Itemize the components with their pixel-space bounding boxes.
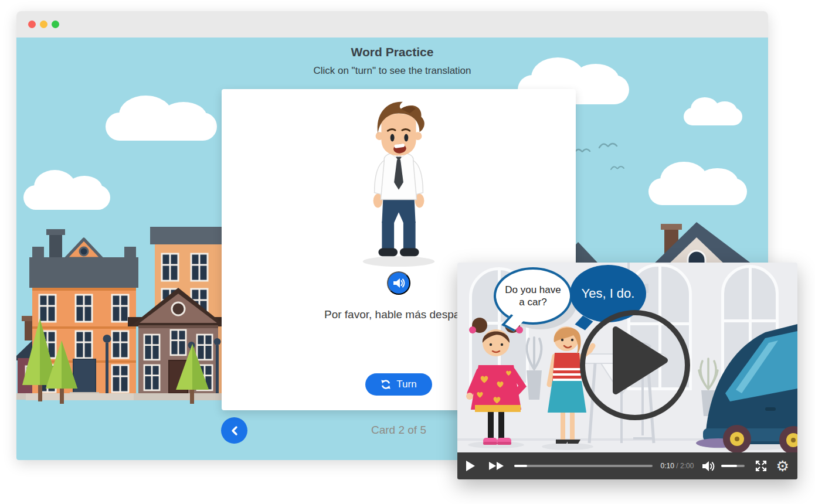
zoom-button[interactable]	[52, 21, 59, 28]
cloud	[648, 178, 747, 205]
speech-bubble-question: Do you havea car?	[494, 267, 572, 325]
play-button[interactable]	[466, 460, 476, 472]
cloud	[106, 113, 217, 141]
progress-played	[514, 465, 527, 467]
volume-level	[721, 465, 737, 467]
fast-forward-icon	[488, 461, 505, 471]
fast-forward-button[interactable]	[488, 461, 505, 471]
audio-button[interactable]	[387, 271, 410, 295]
fullscreen-button[interactable]	[755, 459, 768, 472]
turn-button-label: Turn	[396, 379, 416, 390]
page-subtitle: Click on "turn" to see the translation	[16, 65, 768, 77]
bird-icon	[598, 141, 622, 149]
turn-button[interactable]: Turn	[365, 373, 432, 396]
volume-button[interactable]	[702, 461, 716, 472]
car-illustration	[695, 324, 797, 452]
video-controls-bar: 0:10 / 2:00 ⚙	[457, 452, 797, 479]
volume-icon	[702, 461, 716, 472]
progress-bar[interactable]	[514, 465, 653, 467]
man-illustration	[349, 96, 449, 269]
fullscreen-icon	[755, 459, 768, 472]
cloud	[684, 108, 742, 125]
play-icon	[466, 460, 476, 472]
screenshot-stage: Word Practice Click on "turn" to see the…	[0, 0, 815, 504]
minimize-button[interactable]	[40, 21, 47, 28]
time-display: 0:10 / 2:00	[661, 462, 694, 470]
girl-character	[462, 317, 535, 449]
video-scene: Do you havea car? Yes, I do.	[457, 263, 797, 452]
volume-slider[interactable]	[721, 465, 744, 467]
bird-icon	[610, 164, 626, 171]
page-title: Word Practice	[16, 45, 768, 59]
gear-icon: ⚙	[776, 458, 789, 474]
big-play-icon[interactable]	[611, 326, 670, 396]
settings-button[interactable]: ⚙	[776, 459, 789, 474]
refresh-icon	[381, 379, 391, 390]
speaker-icon	[392, 277, 405, 290]
window-titlebar	[16, 11, 768, 38]
bird-icon	[573, 147, 593, 154]
close-button[interactable]	[28, 21, 36, 28]
video-player: Do you havea car? Yes, I do. 0:10 / 2:00	[457, 263, 797, 479]
cloud	[23, 185, 110, 210]
